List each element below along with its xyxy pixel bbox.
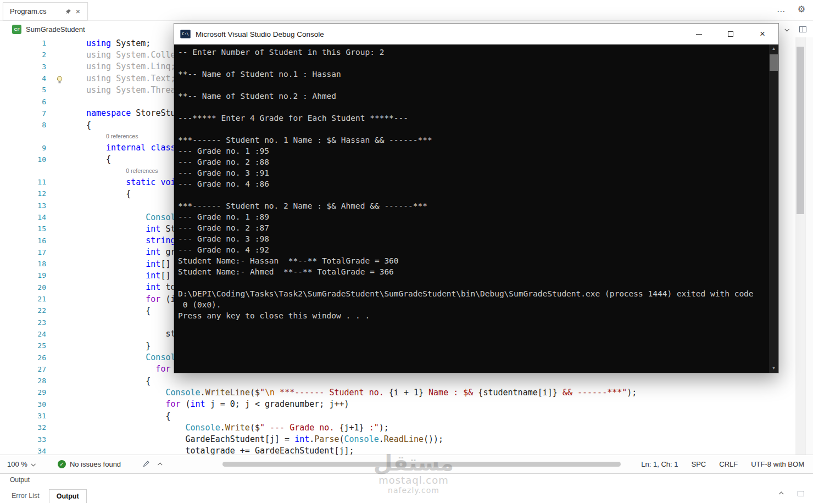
scroll-down-icon[interactable]: ▼ xyxy=(769,364,778,373)
line-number[interactable]: 18 xyxy=(0,260,46,268)
lightbulb-icon[interactable] xyxy=(56,76,63,86)
line-number[interactable]: 24 xyxy=(0,330,46,338)
line-number[interactable]: 26 xyxy=(0,354,46,362)
console-title-bar[interactable]: C:\ Microsoft Visual Studio Debug Consol… xyxy=(174,24,778,44)
tab-program-cs[interactable]: Program.cs × xyxy=(3,2,88,20)
line-number[interactable]: 33 xyxy=(0,435,46,444)
breadcrumb-project[interactable]: SumGradeStudent xyxy=(26,25,85,33)
horizontal-scrollbar[interactable] xyxy=(222,462,621,467)
line-number[interactable]: 25 xyxy=(0,341,46,350)
panel-tab-output[interactable]: Output xyxy=(49,489,87,503)
line-number[interactable]: 29 xyxy=(0,388,46,396)
bottom-panel: Output Error ListOutput xyxy=(0,473,813,504)
close-tab-icon[interactable]: × xyxy=(73,7,83,16)
line-number[interactable]: 34 xyxy=(0,447,46,455)
console-line xyxy=(178,81,766,92)
minimize-button[interactable] xyxy=(683,24,715,44)
file-encoding[interactable]: UTF-8 with BOM xyxy=(751,460,804,468)
code-line[interactable]: 31{ xyxy=(0,410,795,422)
line-number[interactable]: 1 xyxy=(0,39,46,47)
status-bar: 100 % ✓ No issues found Ln: 1, Ch: 1 SPC… xyxy=(0,455,813,473)
chevron-down-icon xyxy=(31,462,35,466)
code-line[interactable]: 30for (int j = 0; j < gradenumber; j++) xyxy=(0,399,795,410)
issues-text: No issues found xyxy=(70,460,121,468)
console-line: --- Grade no. 1 :89 xyxy=(178,212,766,223)
minimize-icon xyxy=(696,34,702,35)
console-scrollbar-thumb[interactable] xyxy=(770,54,778,71)
console-line: 0 (0x0). xyxy=(178,300,766,311)
code-line[interactable]: 33GardeEachStudent[j] = int.Parse(Consol… xyxy=(0,434,795,445)
line-number[interactable]: 17 xyxy=(0,248,46,256)
close-button[interactable]: × xyxy=(747,24,778,44)
line-number[interactable]: 22 xyxy=(0,306,46,315)
split-editor-icon[interactable] xyxy=(799,25,806,35)
indentation-mode[interactable]: SPC xyxy=(692,460,706,468)
cursor-position[interactable]: Ln: 1, Ch: 1 xyxy=(641,460,678,468)
chevron-up-icon[interactable] xyxy=(158,462,162,467)
console-line: --- Grade no. 4 :92 xyxy=(178,245,766,256)
editor-vertical-scrollbar[interactable] xyxy=(795,37,805,455)
console-line: D:\DEPI\Coding\Tasks\Task2\SumGradeStude… xyxy=(178,289,766,300)
line-number[interactable]: 31 xyxy=(0,412,46,420)
line-number[interactable]: 30 xyxy=(0,400,46,408)
line-number[interactable]: 14 xyxy=(0,213,46,221)
line-number[interactable]: 7 xyxy=(0,109,46,117)
console-line: Student Name:- Ahmed **--** TotalGrade =… xyxy=(178,267,766,278)
line-number[interactable]: 32 xyxy=(0,423,46,432)
chevron-up-icon[interactable] xyxy=(779,491,783,496)
line-number[interactable]: 21 xyxy=(0,295,46,303)
line-number[interactable]: 2 xyxy=(0,51,46,59)
line-number[interactable]: 12 xyxy=(0,189,46,198)
console-line: --- Grade no. 2 :87 xyxy=(178,223,766,234)
more-options-icon[interactable]: … xyxy=(777,4,786,14)
console-output: -- Enter Number of Student in this Group… xyxy=(178,48,766,373)
line-number[interactable]: 23 xyxy=(0,318,46,327)
console-line: ---***** Enter 4 Grade for Each Student … xyxy=(178,114,766,125)
console-line xyxy=(178,59,766,70)
code-line[interactable]: 29Console.WriteLine($"\n ***------ Stude… xyxy=(0,387,795,398)
panel-tab-error-list[interactable]: Error List xyxy=(4,489,47,503)
code-cleanup-icon[interactable] xyxy=(143,460,150,469)
line-number[interactable]: 10 xyxy=(0,155,46,164)
line-number[interactable]: 6 xyxy=(0,98,46,106)
line-number[interactable]: 27 xyxy=(0,365,46,373)
maximize-button[interactable] xyxy=(715,24,747,44)
console-line: Student Name:- Hassan **--** TotalGrade … xyxy=(178,256,766,267)
code-cleanup-control[interactable] xyxy=(143,460,162,469)
console-title: Microsoft Visual Studio Debug Console xyxy=(196,30,324,38)
console-line: ***------ Student no. 1 Name : $& Hassan… xyxy=(178,136,766,147)
maximize-icon xyxy=(728,31,733,37)
panel-window-icon[interactable] xyxy=(798,489,804,499)
debug-console-window: C:\ Microsoft Visual Studio Debug Consol… xyxy=(174,23,779,373)
code-line[interactable]: 34totalgrade += GardeEachStudent[j]; xyxy=(0,445,795,455)
console-line: **-- Name of Student no.1 : Hassan xyxy=(178,70,766,81)
tab-title: Program.cs xyxy=(10,7,63,15)
code-line[interactable]: 28{ xyxy=(0,375,795,387)
line-number[interactable]: 5 xyxy=(0,86,46,94)
line-number[interactable]: 20 xyxy=(0,283,46,292)
line-number[interactable]: 4 xyxy=(0,74,46,82)
line-number[interactable]: 28 xyxy=(0,377,46,385)
console-body: -- Enter Number of Student in this Group… xyxy=(174,44,778,373)
zoom-control[interactable]: 100 % xyxy=(7,460,35,468)
gear-icon[interactable]: ⚙ xyxy=(798,4,805,14)
scroll-up-icon[interactable]: ▲ xyxy=(769,44,778,53)
console-line: --- Grade no. 4 :86 xyxy=(178,180,766,191)
line-number[interactable]: 13 xyxy=(0,201,46,210)
line-number[interactable]: 19 xyxy=(0,271,46,279)
line-number[interactable]: 9 xyxy=(0,144,46,152)
line-number[interactable]: 16 xyxy=(0,237,46,245)
console-scrollbar[interactable]: ▲ ▼ xyxy=(769,44,778,373)
code-line[interactable]: 32Console.Write($" --- Grade no. {j+1} :… xyxy=(0,422,795,433)
console-line: --- Grade no. 2 :88 xyxy=(178,158,766,169)
line-ending[interactable]: CRLF xyxy=(719,460,738,468)
line-number[interactable]: 8 xyxy=(0,121,46,129)
scrollbar-thumb[interactable] xyxy=(797,47,804,214)
chevron-down-icon[interactable] xyxy=(784,27,789,31)
console-line: Press any key to close this window . . . xyxy=(178,311,766,322)
pin-icon[interactable] xyxy=(63,7,73,16)
line-number[interactable]: 11 xyxy=(0,178,46,186)
line-number[interactable]: 15 xyxy=(0,225,46,233)
line-number[interactable]: 3 xyxy=(0,63,46,71)
issues-indicator[interactable]: ✓ No issues found xyxy=(58,460,121,468)
